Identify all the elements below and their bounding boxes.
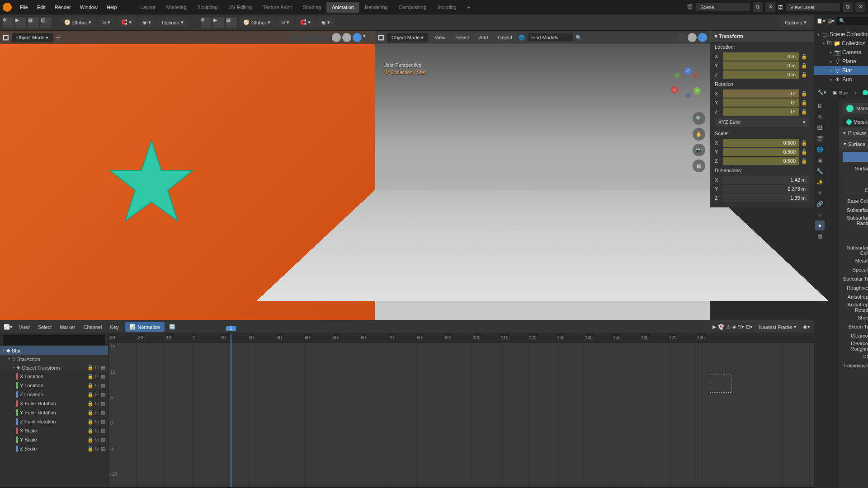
shading-wireframe-icon[interactable]: [677, 33, 686, 42]
tab-animation[interactable]: Animation: [326, 2, 359, 13]
tab-scripting[interactable]: Scripting: [432, 2, 462, 13]
filter-icon[interactable]: ▽▾: [738, 324, 744, 330]
rotation-z-field[interactable]: 0°: [723, 108, 799, 116]
fcurve-y-euler-rotation[interactable]: Y Euler Rotation🔒 ☑ ▦: [0, 408, 108, 417]
tab-uvediting[interactable]: UV Editing: [223, 2, 257, 13]
wireframe-shading-icon[interactable]: [321, 33, 330, 42]
add-workspace-button[interactable]: +: [462, 2, 476, 13]
gizmo-neg-y[interactable]: [675, 73, 680, 78]
mode-dropdown-left[interactable]: Object Mode ▾: [12, 33, 53, 42]
cursor-tool-icon[interactable]: ▶: [712, 324, 716, 330]
dim-z-field[interactable]: 1.35 m: [723, 194, 809, 202]
data-tab-icon[interactable]: ▽: [815, 210, 825, 220]
camera-view-icon[interactable]: 📷: [693, 144, 705, 156]
add-menu[interactable]: Add: [476, 33, 492, 42]
toggle-menus-icon[interactable]: ☰: [56, 35, 60, 41]
delete-scene-icon[interactable]: ✕: [765, 2, 775, 12]
channel-search-input[interactable]: [3, 335, 105, 345]
proportional-dropdown-r[interactable]: ◉ ▾: [317, 18, 335, 27]
menu-window[interactable]: Window: [75, 5, 102, 10]
menu-edit[interactable]: Edit: [33, 5, 50, 10]
view-menu[interactable]: View: [431, 33, 449, 42]
lock-icon[interactable]: 🔓: [801, 158, 809, 164]
collection-row[interactable]: ▾☑📁Collection👁: [814, 39, 868, 48]
scene-tab-icon[interactable]: 🎬: [815, 134, 825, 144]
outliner-item-star[interactable]: ▸▽Star▽▽👁: [814, 66, 868, 75]
tool-icon[interactable]: ✥: [3, 17, 14, 28]
world-tab-icon[interactable]: 🌐: [815, 145, 825, 155]
rotation-mode-dropdown[interactable]: XYZ Euler▾: [715, 117, 809, 127]
handle-icon[interactable]: ◈: [732, 324, 736, 330]
refresh-icon[interactable]: 🔄: [169, 324, 175, 330]
warn-icon[interactable]: ⚠: [726, 324, 731, 330]
tab-layout[interactable]: Layout: [135, 2, 161, 13]
lock-icon[interactable]: 🔓: [801, 91, 809, 97]
scale-y-field[interactable]: 0.500: [723, 148, 799, 156]
shading-toggle-icon[interactable]: [290, 33, 299, 42]
tab-texturepaint[interactable]: Texture Paint: [257, 2, 297, 13]
editor-type-icon[interactable]: 📈▾: [4, 324, 13, 330]
perspective-toggle-icon[interactable]: ▦: [693, 160, 705, 172]
navigation-gizmo[interactable]: X Y Z: [673, 69, 700, 96]
fcurve-z-location[interactable]: Z Location🔒 ☑ ▦: [0, 390, 108, 399]
frame-ruler[interactable]: -30-20-101102030405060708090100110120130…: [108, 334, 814, 343]
constraint-tab-icon[interactable]: 🔗: [815, 199, 825, 209]
search-icon[interactable]: 🔍: [576, 35, 582, 41]
editor-type-icon[interactable]: 📋▾: [816, 18, 826, 24]
snap-dropdown-r[interactable]: 🧲 ▾: [296, 18, 315, 27]
location-y-field[interactable]: 0 m: [723, 61, 799, 70]
render-tab-icon[interactable]: 🖥: [815, 101, 825, 111]
distribution-dropdown[interactable]: GGX▾: [843, 174, 868, 184]
editor-type-icon[interactable]: 🔳: [378, 35, 384, 41]
location-x-field[interactable]: 0 m: [723, 52, 799, 61]
select-box-icon-r[interactable]: ▦: [226, 17, 237, 28]
rendered-shading-icon[interactable]: [353, 33, 362, 42]
star-object[interactable]: [106, 139, 197, 225]
snap-dropdown[interactable]: 🧲 ▾: [117, 18, 136, 27]
preview-section-header[interactable]: ▸Preview: [839, 127, 868, 138]
gizmo-z-axis[interactable]: Z: [684, 67, 692, 75]
options-dropdown-right[interactable]: Options ▾: [780, 18, 811, 27]
tab-shading[interactable]: Shading: [297, 2, 326, 13]
location-z-field[interactable]: 0 m: [723, 70, 799, 79]
material-slot[interactable]: Material.005＋: [843, 103, 868, 114]
rotation-x-field[interactable]: 0°: [723, 89, 799, 98]
lock-icon[interactable]: 🔓: [801, 149, 809, 155]
material-datablock-input[interactable]: Material.005: [843, 117, 868, 127]
transform-panel-header[interactable]: ▾ Transform: [710, 31, 814, 42]
snap-tl-icon[interactable]: ⊞▾: [746, 324, 753, 330]
fcurve-x-euler-rotation[interactable]: X Euler Rotation🔒 ☑ ▦: [0, 399, 108, 408]
select-box-icon[interactable]: ▦: [28, 17, 39, 28]
graph-canvas[interactable]: -30-20-101102030405060708090100110120130…: [108, 334, 814, 487]
nearest-frame-dropdown[interactable]: Nearest Frame ▾: [755, 322, 801, 332]
menu-file[interactable]: File: [15, 5, 33, 10]
scale-x-field[interactable]: 0.500: [723, 139, 799, 147]
fcurve-x-scale[interactable]: X Scale🔒 ☑ ▦: [0, 426, 108, 435]
pan-icon[interactable]: ✋: [693, 128, 705, 141]
modifier-tab-icon[interactable]: 🔧: [815, 166, 825, 176]
dim-x-field[interactable]: 1.42 m: [723, 176, 809, 184]
graph-marker-menu[interactable]: Marker: [58, 324, 77, 330]
display-mode-icon[interactable]: ▤▾: [827, 18, 835, 24]
app-logo-icon[interactable]: [3, 3, 12, 12]
pivot-dropdown-r[interactable]: ⊙ ▾: [277, 18, 294, 27]
lock-icon[interactable]: 🔓: [801, 140, 809, 146]
gizmo-x-axis[interactable]: X: [671, 86, 678, 94]
outliner-item-plane[interactable]: ▸▽Plane👁: [814, 57, 868, 66]
find-models-input[interactable]: Find Models: [528, 33, 573, 42]
scene-collection-row[interactable]: ▾◻Scene Collection: [814, 30, 868, 39]
zoom-icon[interactable]: 🔍: [693, 112, 705, 125]
material-shading-icon[interactable]: [342, 33, 351, 42]
graph-view-menu[interactable]: View: [17, 324, 32, 330]
shading-options-icon[interactable]: ▾: [363, 33, 372, 42]
fcurve-x-location[interactable]: X Location🔒 ☑ ▦: [0, 372, 108, 381]
rotation-y-field[interactable]: 0°: [723, 99, 799, 107]
outliner-item-sun[interactable]: ▸☀Sun👁: [814, 75, 868, 84]
breadcrumb-object[interactable]: ▣Star: [829, 88, 852, 97]
delete-viewlayer-icon[interactable]: ✕: [855, 2, 865, 12]
texture-tab-icon[interactable]: ▦: [815, 231, 825, 241]
transform-orient-dropdown-r[interactable]: 🧭 Global▾: [239, 18, 275, 27]
proportional-tl-icon[interactable]: ◉▾: [803, 324, 810, 330]
proportional-dropdown[interactable]: ◉ ▾: [138, 18, 156, 27]
pivot-dropdown[interactable]: ⊙ ▾: [98, 18, 115, 27]
